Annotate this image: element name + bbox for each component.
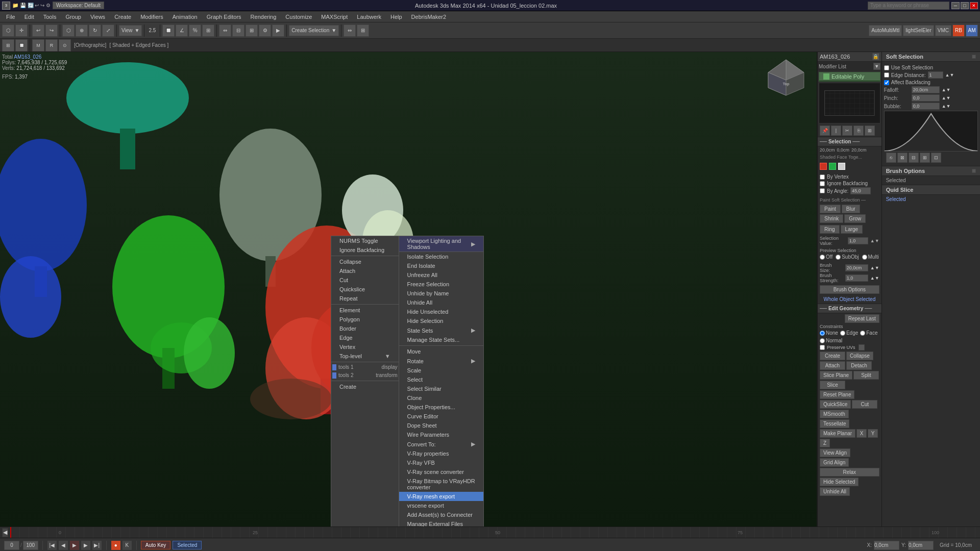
menu-rendering[interactable]: Rendering (247, 13, 281, 21)
paint-btn[interactable]: Paint (820, 205, 841, 213)
sm-hide-unsel[interactable]: Hide Unselected (399, 307, 483, 316)
menu-maxscript[interactable]: MAXScript (317, 13, 352, 21)
prev-frame-btn[interactable]: ◀ (58, 540, 68, 550)
by-vertex-check[interactable] (820, 174, 825, 180)
sm-freeze-sel[interactable]: Freeze Selection (399, 280, 483, 289)
render-setup[interactable]: ⚙ (259, 24, 271, 37)
cm-toplevel[interactable]: Top-level ▼ (331, 352, 399, 361)
menu-modifiers[interactable]: Modifiers (136, 13, 167, 21)
ring-btn[interactable]: Ring (820, 225, 840, 234)
curve-icon-5[interactable]: ⊡ (931, 153, 941, 163)
scale-tool[interactable]: ⤢ (102, 24, 114, 37)
detach-btn[interactable]: Detach (846, 361, 872, 370)
lightseler-dropdown[interactable]: lightSelEler (903, 25, 934, 36)
sm-vray-props[interactable]: V-Ray properties (399, 449, 483, 458)
move-btn[interactable]: ✛ (15, 24, 28, 37)
sm-vrscene[interactable]: vrscene export (399, 501, 483, 510)
render-btn[interactable]: ▶ (272, 24, 284, 37)
split-btn[interactable]: Split (853, 371, 879, 380)
snap-toggle[interactable]: 🔲 (162, 24, 175, 37)
viewport[interactable]: Total AM163_026 Polys: 7,645,938 / 1,725… (0, 52, 817, 527)
menu-graph-editors[interactable]: Graph Editors (203, 13, 246, 21)
shrink-btn[interactable]: Shrink (820, 214, 843, 223)
hide-selected-btn[interactable]: Hide Selected (820, 478, 859, 486)
edge-dist-check[interactable] (884, 72, 889, 78)
close-button[interactable]: ✕ (970, 2, 978, 9)
none-radio[interactable] (820, 331, 825, 336)
sm-select[interactable]: Select (399, 375, 483, 384)
preserve-uvs-icon[interactable] (859, 344, 865, 350)
cm-quickslice[interactable]: Quickslice (331, 285, 399, 294)
go-start-btn[interactable]: |◀ (47, 540, 57, 550)
render-region[interactable]: R (45, 39, 58, 52)
create-sel-dropdown[interactable]: Create Selection▼ (289, 25, 339, 36)
preserve-uvs-check[interactable] (820, 345, 825, 350)
coord-x-input[interactable] (874, 541, 899, 550)
sm-unhide-all[interactable]: Unhide All (399, 298, 483, 307)
mod-icon-btn1[interactable]: 📌 (820, 126, 830, 136)
falloff-input[interactable] (912, 86, 940, 93)
sm-obj-props[interactable]: Object Properties... (399, 403, 483, 412)
cm-cut[interactable]: Cut (331, 276, 399, 285)
red-sel-icon[interactable] (820, 163, 827, 170)
curve-icon-4[interactable]: ⊞ (920, 153, 930, 163)
menu-file[interactable]: File (2, 13, 19, 21)
slice-plane-btn[interactable]: Slice Plane (820, 371, 852, 380)
curve-icon-3[interactable]: ⊟ (909, 153, 919, 163)
modifier-list-dropdown[interactable]: ▼ (873, 63, 880, 70)
undo-btn[interactable]: ↩ (32, 24, 44, 37)
attach-btn[interactable]: Attach (820, 361, 845, 370)
select-btn[interactable]: ⬡ (62, 24, 75, 37)
menu-edit[interactable]: Edit (20, 13, 38, 21)
z-btn[interactable]: Z (820, 439, 830, 447)
msmooth-btn[interactable]: MSmooth (820, 410, 849, 418)
cm-polygon[interactable]: Polygon (331, 315, 399, 324)
x-btn[interactable]: X (856, 429, 867, 438)
percent-snap[interactable]: % (189, 24, 201, 37)
mod-icon-btn4[interactable]: ⎘ (853, 126, 864, 136)
coord-y-input[interactable] (908, 541, 934, 550)
angle-snap[interactable]: ∠ (176, 24, 188, 37)
grid-align-btn[interactable]: Grid Align (820, 458, 849, 467)
brush-strength-input[interactable] (845, 274, 868, 282)
slice-btn[interactable]: Slice (820, 381, 845, 389)
affect-backfacing-check[interactable] (884, 80, 889, 85)
play-btn[interactable]: ▶ (69, 540, 80, 550)
autokey-btn[interactable]: Auto Key (141, 541, 171, 549)
menu-animation[interactable]: Animation (168, 13, 202, 21)
cm-attach[interactable]: Attach (331, 266, 399, 276)
set-key-btn[interactable]: ● (111, 540, 121, 550)
repeat-last-btn[interactable]: Repeat Last (845, 314, 879, 323)
cut-eg-btn[interactable]: Cut (852, 400, 877, 409)
sm-isolate[interactable]: Isolate Selection (399, 252, 483, 261)
brush-options-btn[interactable]: Brush Options (820, 285, 879, 294)
blur-btn[interactable]: Blur (842, 205, 860, 213)
menu-views[interactable]: Views (86, 13, 109, 21)
sm-vray-vfb[interactable]: V-Ray VFB (399, 458, 483, 467)
sm-clone[interactable]: Clone (399, 393, 483, 403)
layer-btn[interactable]: ⊞ (246, 24, 258, 37)
sm-unhide-name[interactable]: Unhide by Name (399, 289, 483, 298)
move-tool[interactable]: ⊕ (76, 24, 88, 37)
vmc-dropdown[interactable]: VMC (935, 25, 951, 36)
select-obj-btn[interactable]: ⬡ (2, 24, 14, 37)
brush-size-input[interactable] (845, 264, 868, 271)
white-sel-icon[interactable] (838, 163, 845, 170)
subobj-radio[interactable] (836, 255, 841, 260)
pinch-input[interactable] (912, 94, 940, 102)
cm-element[interactable]: Element (331, 306, 399, 315)
by-angle-check[interactable] (820, 188, 825, 193)
edge-dist-input[interactable] (928, 71, 943, 79)
array-btn[interactable]: ⊞ (357, 24, 369, 37)
redo-btn[interactable]: ↪ (45, 24, 58, 37)
curve-icon-1[interactable]: ⎋ (886, 153, 896, 163)
use-soft-sel-check[interactable] (884, 65, 889, 70)
menu-group[interactable]: Group (61, 13, 85, 21)
cm-create[interactable]: Create (331, 382, 399, 391)
maximize-button[interactable]: □ (961, 2, 969, 9)
vp-btn1[interactable]: ⊞ (2, 39, 14, 52)
navigation-cube[interactable]: Top (766, 57, 806, 98)
soft-sel-curve[interactable] (884, 111, 978, 152)
menu-help[interactable]: Help (386, 13, 406, 21)
sm-manage-ext[interactable]: Manage External Files (399, 519, 483, 527)
